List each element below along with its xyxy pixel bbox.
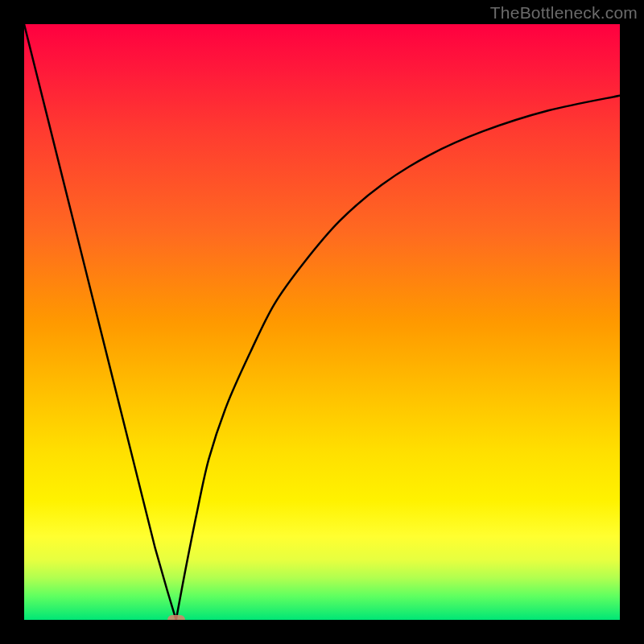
watermark-text: TheBottleneck.com bbox=[490, 3, 638, 23]
curve-path bbox=[24, 24, 620, 620]
chart-frame: TheBottleneck.com bbox=[0, 0, 644, 644]
bottleneck-curve bbox=[24, 24, 620, 620]
plot-area bbox=[24, 24, 620, 620]
bottleneck-marker bbox=[167, 615, 185, 620]
